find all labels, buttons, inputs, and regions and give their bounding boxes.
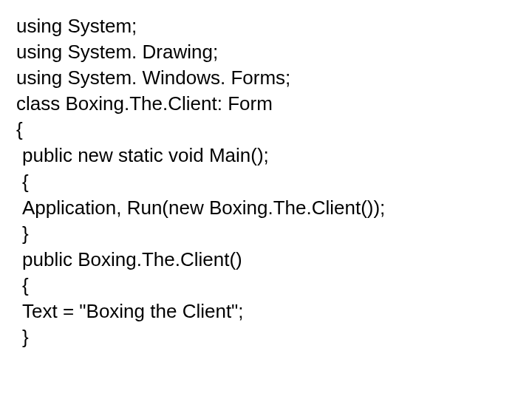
code-line: { [16, 273, 516, 299]
code-line: { [16, 169, 516, 195]
code-line: Application, Run(new Boxing.The.Client()… [16, 195, 516, 221]
code-line: using System. Windows. Forms; [16, 65, 516, 91]
code-line: using System; [16, 13, 516, 39]
code-line: } [16, 324, 516, 350]
code-line: { [16, 117, 516, 143]
code-block: using System; using System. Drawing; usi… [16, 13, 516, 350]
code-line: } [16, 221, 516, 247]
code-line: Text = "Boxing the Client"; [16, 299, 516, 324]
code-line: class Boxing.The.Client: Form [16, 91, 516, 117]
code-line: using System. Drawing; [16, 39, 516, 65]
code-line: public new static void Main(); [16, 143, 516, 168]
code-line: public Boxing.The.Client() [16, 247, 516, 273]
